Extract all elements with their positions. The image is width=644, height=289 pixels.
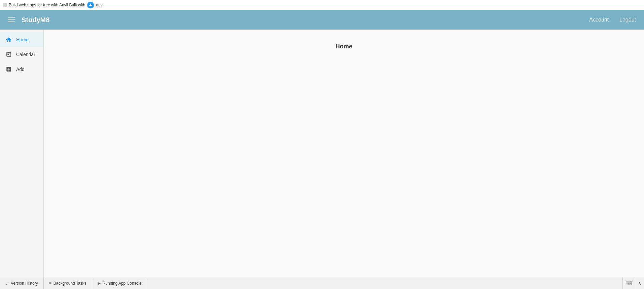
banner-text: Build web apps for free with Anvil Built… bbox=[9, 3, 85, 7]
running-app-console-label: Running App Console bbox=[103, 281, 142, 286]
hamburger-line-1 bbox=[8, 17, 15, 18]
svg-rect-0 bbox=[3, 3, 7, 7]
running-app-console-tab[interactable]: ▶ Running App Console bbox=[92, 277, 147, 289]
sidebar-label-home: Home bbox=[16, 37, 29, 42]
sidebar: Home Calendar Add bbox=[0, 30, 44, 277]
account-button[interactable]: Account bbox=[586, 15, 611, 24]
top-banner: Build web apps for free with Anvil Built… bbox=[0, 0, 644, 10]
anvil-logo bbox=[87, 2, 94, 8]
main-layout: Home Calendar Add Home bbox=[0, 30, 644, 277]
logout-button[interactable]: Logout bbox=[617, 15, 639, 24]
banner-anvil-word: anvil bbox=[96, 3, 104, 7]
content-area: Home bbox=[44, 30, 644, 277]
expand-icon: ∧ bbox=[638, 281, 641, 286]
sidebar-item-calendar[interactable]: Calendar bbox=[0, 47, 43, 62]
console-button[interactable]: ⌨ bbox=[622, 277, 635, 289]
sidebar-item-add[interactable]: Add bbox=[0, 62, 43, 77]
running-app-console-icon: ▶ bbox=[98, 281, 101, 286]
anvil-small-icon bbox=[3, 3, 7, 7]
version-history-tab[interactable]: ↙ Version History bbox=[0, 277, 44, 289]
background-tasks-tab[interactable]: ≡ Background Tasks bbox=[44, 277, 92, 289]
sidebar-label-add: Add bbox=[16, 67, 25, 72]
sidebar-label-calendar: Calendar bbox=[16, 52, 35, 57]
calendar-icon bbox=[5, 51, 12, 58]
bottom-actions: ⌨ ∧ bbox=[622, 277, 644, 289]
add-icon bbox=[5, 66, 12, 73]
home-icon bbox=[5, 36, 12, 43]
nav-actions: Account Logout bbox=[586, 15, 639, 24]
sidebar-item-home[interactable]: Home bbox=[0, 32, 43, 47]
page-heading: Home bbox=[335, 43, 352, 50]
hamburger-line-2 bbox=[8, 19, 15, 20]
hamburger-line-3 bbox=[8, 22, 15, 22]
top-nav: StudyM8 Account Logout bbox=[0, 10, 644, 30]
version-history-icon: ↙ bbox=[5, 281, 9, 286]
version-history-label: Version History bbox=[11, 281, 38, 286]
app-title: StudyM8 bbox=[22, 16, 586, 24]
background-tasks-label: Background Tasks bbox=[53, 281, 86, 286]
console-icon: ⌨ bbox=[625, 281, 632, 286]
background-tasks-icon: ≡ bbox=[49, 281, 51, 286]
hamburger-button[interactable] bbox=[5, 15, 17, 25]
bottom-bar: ↙ Version History ≡ Background Tasks ▶ R… bbox=[0, 277, 644, 289]
expand-button[interactable]: ∧ bbox=[635, 277, 644, 289]
